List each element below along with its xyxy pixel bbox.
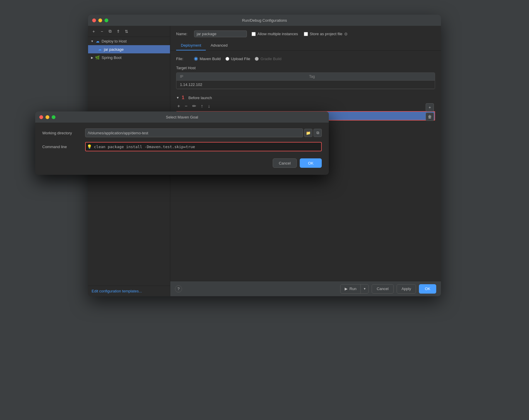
table-header-tag: Tag <box>306 73 435 80</box>
modal-close-button[interactable] <box>39 115 43 119</box>
before-launch-number-badge: 1 <box>182 95 184 100</box>
sidebar-group-deploy-to-host[interactable]: ▼ ☁ Deploy to Host <box>88 37 170 45</box>
chevron-right-icon: ▶ <box>90 56 94 59</box>
allow-multiple-checkbox-item: Allow multiple instances <box>252 32 298 36</box>
table-row[interactable]: 1.14.122.102 <box>176 81 435 89</box>
window-traffic-lights <box>92 18 108 22</box>
sidebar-toolbar: + − ⧉ ⇑ ⇅ <box>88 26 170 37</box>
table-add-button[interactable]: + <box>426 103 434 111</box>
file-label: File: <box>176 57 189 61</box>
run-icon: ▶ <box>345 287 348 291</box>
store-as-project-label: Store as project file <box>310 32 342 36</box>
working-dir-label: Working directory <box>42 131 80 135</box>
modal-dialog: Select Maven Goal Working directory 📁 ⧉ … <box>35 111 329 175</box>
working-dir-input[interactable] <box>85 128 303 137</box>
allow-multiple-label: Allow multiple instances <box>257 32 298 36</box>
name-label: Name: <box>176 32 189 36</box>
cancel-button[interactable]: Cancel <box>372 284 393 294</box>
table-header-ip: IP <box>176 73 306 80</box>
copy-config-button[interactable]: ⧉ <box>107 28 113 35</box>
sidebar-footer: Edit configuration templates... <box>88 286 170 296</box>
modal-minimize-button[interactable] <box>46 115 49 119</box>
command-line-row: Command line 💡 2 <box>42 142 322 151</box>
tab-advanced[interactable]: Advanced <box>206 41 232 50</box>
table-actions: + 🗑 <box>424 102 435 122</box>
before-launch-up-button[interactable]: ↑ <box>200 103 204 109</box>
command-line-input[interactable] <box>85 142 322 151</box>
name-row: Name: Allow multiple instances Store as … <box>176 31 435 37</box>
table-cell-tag <box>306 81 435 89</box>
sort-config-button[interactable]: ⇅ <box>123 28 130 35</box>
store-as-project-checkbox-item: Store as project file ⚙ <box>304 32 348 36</box>
move-config-button[interactable]: ⇑ <box>115 28 122 35</box>
title-bar: Run/Debug Configurations <box>88 15 441 26</box>
radio-maven-label: Maven Build <box>200 57 221 61</box>
close-button[interactable] <box>92 18 96 22</box>
command-input-wrapper: 💡 <box>85 142 322 151</box>
radio-gradle-label: Gradle Build <box>260 57 282 61</box>
radio-maven-build[interactable] <box>194 57 198 61</box>
maximize-button[interactable] <box>105 18 108 22</box>
radio-upload-file[interactable] <box>225 57 229 61</box>
modal-title: Select Maven Goal <box>166 115 198 119</box>
allow-multiple-checkbox[interactable] <box>252 32 256 36</box>
name-input[interactable] <box>194 31 247 37</box>
config-header: Name: Allow multiple instances Store as … <box>170 26 441 51</box>
chevron-down-icon: ▼ <box>90 39 94 43</box>
store-gear-button[interactable]: ⚙ <box>344 32 348 36</box>
modal-body: Working directory 📁 ⧉ Command line 💡 2 C… <box>35 123 329 175</box>
deploy-icon: ☁ <box>95 39 100 43</box>
minimize-button[interactable] <box>98 18 102 22</box>
command-line-label: Command line <box>42 145 80 149</box>
working-dir-copy-button[interactable]: ⧉ <box>314 129 322 137</box>
working-dir-row: Working directory 📁 ⧉ <box>42 128 322 137</box>
before-launch-label: Before launch <box>188 96 212 100</box>
edit-templates-link[interactable]: Edit configuration templates... <box>92 289 142 293</box>
working-dir-browse-button[interactable]: 📁 <box>304 129 312 137</box>
sidebar-item-jar-package-label: jar package <box>104 47 124 52</box>
modal-title-bar: Select Maven Goal <box>35 111 329 123</box>
target-host-label: Target Host <box>176 66 435 70</box>
radio-item-maven: Maven Build <box>194 57 221 61</box>
modal-traffic-lights <box>39 115 55 119</box>
before-launch-chevron: ▼ <box>176 96 179 99</box>
modal-footer: Cancel OK <box>42 156 322 168</box>
file-row: File: Maven Build Upload File Gradle <box>176 57 435 61</box>
sidebar-group-spring-boot[interactable]: ▶ 🌿 Spring Boot <box>88 53 170 62</box>
before-launch-edit-button[interactable]: ✏ <box>191 103 197 109</box>
table-remove-button[interactable]: 🗑 <box>426 113 434 121</box>
before-launch-down-button[interactable]: ↓ <box>207 103 211 109</box>
jar-package-icon: ☁ <box>97 47 102 52</box>
modal-cancel-button[interactable]: Cancel <box>273 158 297 168</box>
modal-maximize-button[interactable] <box>52 115 55 119</box>
tabs-row: Deployment Advanced <box>176 41 435 50</box>
working-dir-input-group: 📁 ⧉ <box>85 128 322 137</box>
table-cell-ip: 1.14.122.102 <box>176 81 306 89</box>
before-launch-remove-button[interactable]: − <box>183 103 188 109</box>
help-button[interactable]: ? <box>175 285 182 292</box>
ok-button[interactable]: OK <box>419 284 436 294</box>
radio-upload-label: Upload File <box>231 57 250 61</box>
table-header: IP Tag <box>176 73 435 81</box>
sidebar-item-jar-package[interactable]: ☁ jar package <box>88 45 170 53</box>
file-radio-group: Maven Build Upload File Gradle Build <box>194 57 282 61</box>
add-config-button[interactable]: + <box>90 28 97 35</box>
springboot-icon: 🌿 <box>95 55 100 60</box>
sidebar-group-spring-boot-label: Spring Boot <box>102 55 122 60</box>
tab-deployment[interactable]: Deployment <box>176 41 206 50</box>
run-button[interactable]: ▶ Run <box>341 284 360 293</box>
remove-config-button[interactable]: − <box>99 28 105 35</box>
store-as-project-checkbox[interactable] <box>304 32 308 36</box>
radio-gradle-build[interactable] <box>255 57 259 61</box>
before-launch-toolbar: + − ✏ ↑ ↓ <box>176 103 435 109</box>
target-host-table: IP Tag 1.14.122.102 <box>176 72 435 89</box>
modal-ok-button[interactable]: OK <box>300 158 322 168</box>
before-launch-add-button[interactable]: + <box>176 103 181 109</box>
apply-button[interactable]: Apply <box>397 284 416 294</box>
run-button-group: ▶ Run ▼ <box>340 284 369 294</box>
checkboxes-row: Allow multiple instances Store as projec… <box>252 32 435 36</box>
window-title: Run/Debug Configurations <box>242 18 287 23</box>
run-dropdown-button[interactable]: ▼ <box>360 284 368 293</box>
before-launch-header: ▼ 1 Before launch <box>176 95 435 100</box>
radio-item-gradle: Gradle Build <box>255 57 282 61</box>
